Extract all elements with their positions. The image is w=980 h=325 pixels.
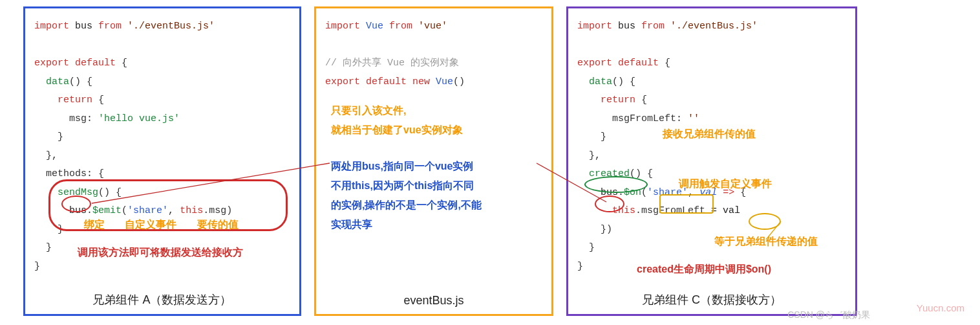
ellipse-bus-c (595, 196, 624, 212)
brace-close: }) (577, 224, 612, 235)
watermark-yuucn: Yuucn.com (917, 302, 964, 313)
str-hello: 'hello vue.js' (98, 113, 180, 124)
fn-data: data (589, 76, 612, 87)
kw-default: default (75, 58, 116, 69)
brace-close: } (34, 242, 52, 253)
kw-import: import (325, 21, 360, 32)
id-vue-ctor: Vue (436, 76, 453, 87)
code-block-c: import bus from './eventBus.js' export d… (568, 8, 855, 276)
prop-msgfromleft: msgFromLeft: (612, 113, 682, 124)
str-path: './eventBus.js' (670, 21, 758, 32)
kw-export: export (577, 58, 612, 69)
ellipse-created (584, 176, 648, 193)
panel-eventbus: import Vue from 'vue' // 向外共享 Vue 的实例对象 … (314, 6, 553, 316)
kw-from: from (98, 21, 122, 32)
brace-close: } (577, 242, 595, 253)
prop-methods: methods (46, 168, 87, 179)
id-bus: bus (75, 21, 92, 32)
caption-a: 兄弟组件 A（数据发送方） (25, 292, 299, 308)
str-empty: '' (688, 113, 699, 124)
brace-close: }, (577, 150, 601, 161)
kw-import: import (577, 21, 612, 32)
prop-msg: msg: (69, 113, 92, 124)
str-path: './eventBus.js' (127, 21, 215, 32)
id-bus: bus (618, 21, 635, 32)
tail: () { (612, 76, 635, 87)
ellipse-val (749, 213, 781, 230)
brace: { (98, 95, 104, 106)
id-vue: Vue (366, 21, 383, 32)
tail: () { (69, 76, 92, 87)
brace-close: } (577, 131, 606, 142)
kw-default: default (618, 58, 659, 69)
kw-export: export (34, 58, 69, 69)
call: () (453, 76, 465, 87)
caption-b: eventBus.js (316, 294, 551, 308)
brace: { (665, 58, 670, 69)
kw-export: export (325, 76, 360, 87)
arrow: => (717, 187, 740, 198)
fn-data: data (46, 76, 69, 87)
panel-sender-a: import bus from './eventBus.js' export d… (23, 6, 301, 316)
brace-close: } (34, 131, 63, 142)
brace: { (122, 58, 127, 69)
kw-new: new (412, 76, 430, 87)
caption-c: 兄弟组件 C（数据接收方） (568, 292, 855, 308)
ellipse-bus-a (61, 196, 91, 212)
kw-from: from (641, 21, 665, 32)
box-share-c (659, 194, 714, 214)
kw-default: default (366, 76, 407, 87)
brace: { (641, 95, 647, 106)
brace-close: } (577, 261, 583, 272)
watermark-csdn: CSDN @ら゛酸奶果 (787, 309, 870, 321)
code-block-a: import bus from './eventBus.js' export d… (25, 8, 299, 276)
panel-receiver-c: import bus from './eventBus.js' export d… (566, 6, 857, 316)
kw-return: return (601, 95, 635, 106)
id-val-rhs: val (723, 205, 740, 216)
diagram-stage: import bus from './eventBus.js' export d… (0, 0, 980, 325)
str-vue-pkg: 'vue' (418, 21, 447, 32)
code-block-b: import Vue from 'vue' // 向外共享 Vue 的实例对象 … (316, 8, 551, 91)
tail: : { (87, 168, 104, 179)
comment-share: // 向外共享 Vue 的实例对象 (325, 58, 459, 69)
kw-from: from (389, 21, 412, 32)
kw-return: return (58, 95, 92, 106)
brace-close: }, (34, 150, 58, 161)
brace: { (740, 187, 746, 198)
kw-import: import (34, 21, 69, 32)
brace-close: } (34, 261, 40, 272)
